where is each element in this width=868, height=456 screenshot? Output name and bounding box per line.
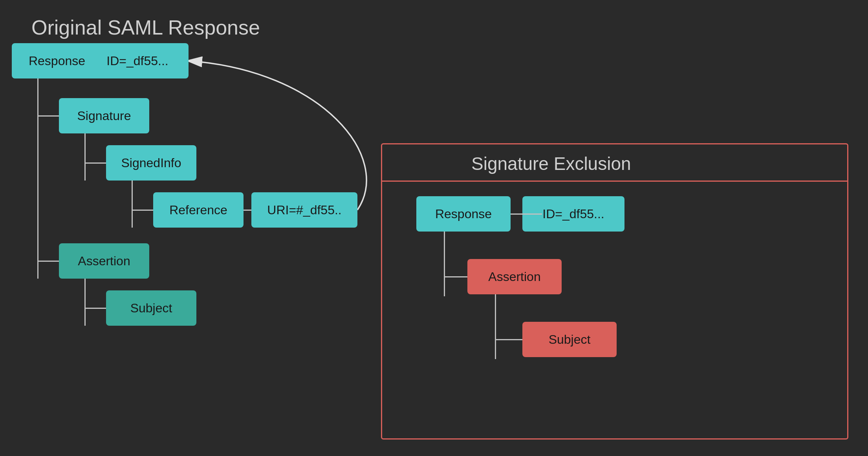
r-response-label: Response <box>435 207 492 221</box>
connector-signedinfo-reference <box>132 181 133 228</box>
r-connector-h-id <box>511 213 542 215</box>
exclusion-divider <box>381 181 848 182</box>
r-id-df55-label: ID=_df55... <box>542 207 604 221</box>
signedinfo-node: SignedInfo <box>106 145 196 181</box>
subject-node: Subject <box>106 290 196 326</box>
r-response-node: Response <box>416 196 511 232</box>
r-subject-node: Subject <box>522 322 617 357</box>
uri-df55-label: URI=#_df55.. <box>267 203 341 217</box>
page-title: Original SAML Response <box>31 16 260 39</box>
connector-signature-signedinfo <box>84 133 86 181</box>
signature-label: Signature <box>77 109 131 123</box>
signature-exclusion-box <box>381 143 848 440</box>
uri-df55-node: URI=#_df55.. <box>251 192 357 228</box>
connector-assertion-subject <box>84 279 86 326</box>
reference-label: Reference <box>169 203 227 217</box>
signature-node: Signature <box>59 98 149 133</box>
id-df55-node: ID=_df55... <box>86 43 189 78</box>
id-df55-label: ID=_df55... <box>106 54 168 68</box>
r-connector-v-assertion <box>444 232 445 296</box>
assertion-node: Assertion <box>59 243 149 279</box>
r-connector-v-subject <box>495 294 496 359</box>
response-label: Response <box>29 54 85 68</box>
subject-label: Subject <box>130 301 172 316</box>
assertion-label: Assertion <box>78 254 130 268</box>
r-subject-label: Subject <box>549 332 591 347</box>
signedinfo-label: SignedInfo <box>121 156 181 170</box>
exclusion-title: Signature Exclusion <box>471 153 631 174</box>
r-assertion-node: Assertion <box>467 259 562 294</box>
connector-response-assertion <box>37 78 38 279</box>
r-assertion-label: Assertion <box>488 270 540 284</box>
reference-node: Reference <box>153 192 244 228</box>
